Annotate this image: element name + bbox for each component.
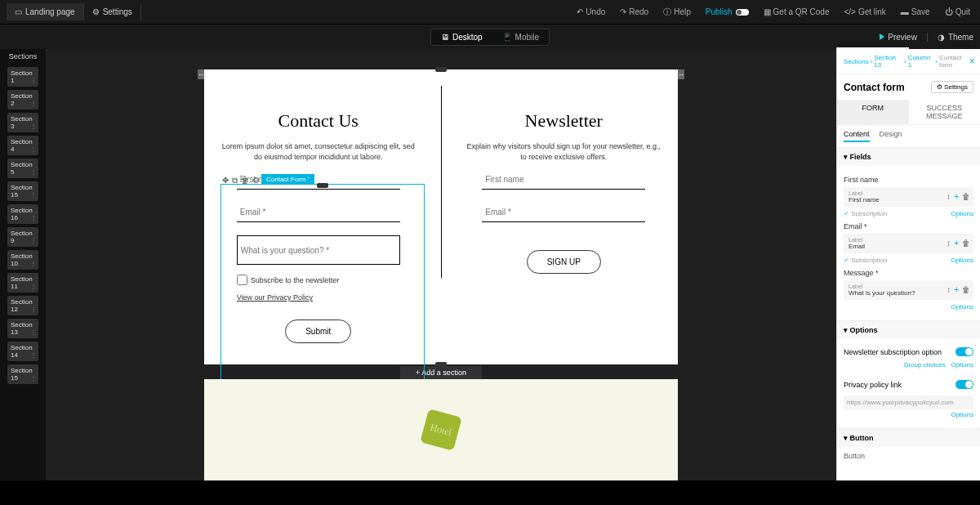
undo-label: Undo — [586, 7, 605, 16]
newsletter-column: Newsletter Explain why visitors should s… — [458, 69, 670, 364]
link-icon: </> — [844, 7, 855, 16]
breadcrumb-section13[interactable]: Section 13 — [874, 54, 902, 69]
section-pill-2[interactable]: Section 3 — [7, 113, 38, 132]
breadcrumb-column1[interactable]: Column 1 — [908, 54, 933, 69]
delete-icon[interactable]: 🗑 — [241, 176, 249, 185]
redo-button[interactable]: ↷Redo — [617, 6, 652, 18]
move-up-icon[interactable]: ↕ — [947, 192, 951, 201]
privacy-opt-label: Privacy policy link — [844, 381, 902, 389]
publish-toggle[interactable] — [736, 9, 749, 16]
section-pill-9[interactable]: Section 11 — [7, 273, 38, 293]
field-message-box[interactable]: Label What is your question? ↕+🗑 — [844, 280, 973, 300]
subscribe-checkbox-row[interactable]: Subscribe to the newsletter — [237, 275, 400, 285]
trash-icon[interactable]: 🗑 — [962, 285, 970, 294]
group-choices-link[interactable]: Group choices — [903, 361, 946, 369]
breadcrumb-sections[interactable]: Sections — [844, 58, 869, 65]
tab-landing-page[interactable]: ▭ Landing page — [7, 3, 84, 20]
help-button[interactable]: ⓘHelp — [660, 5, 694, 20]
field2-options-link[interactable]: Options — [951, 257, 973, 264]
mobile-icon: 📱 — [502, 33, 512, 42]
preview-button[interactable]: Preview — [880, 33, 917, 42]
add-section-button[interactable]: + Add a section — [400, 366, 482, 379]
trash-icon[interactable]: 🗑 — [962, 239, 970, 248]
canvas-area: ↔ ↔ ✥ ⧉ 🗑 ⚙ Contact Form ˆ Contact Us Lo… — [46, 49, 836, 480]
form-label-text: Contact Form — [266, 176, 305, 183]
next-section-preview: Hotel — [204, 379, 678, 480]
publish-button[interactable]: Publish — [702, 6, 752, 18]
canvas[interactable]: ↔ ↔ ✥ ⧉ 🗑 ⚙ Contact Form ˆ Contact Us Lo… — [204, 69, 678, 364]
gear-icon[interactable]: ⚙ — [252, 176, 260, 185]
section-pill-1[interactable]: Section 2 — [7, 90, 38, 109]
contact-email-input[interactable] — [237, 203, 400, 222]
submit-button[interactable]: Submit — [285, 320, 351, 343]
section-pill-5[interactable]: Section 15 — [7, 181, 38, 201]
signup-button[interactable]: SIGN UP — [527, 250, 601, 274]
subscribe-checkbox[interactable] — [237, 275, 247, 285]
drag-handle-bottom[interactable] — [435, 362, 447, 367]
privacy-toggle[interactable] — [956, 380, 973, 389]
drag-handle-top[interactable] — [435, 67, 447, 72]
qr-button[interactable]: ▦Get a QR Code — [760, 6, 833, 18]
section-pill-6[interactable]: Section 16 — [7, 204, 38, 224]
section-pill-10[interactable]: Section 12 — [7, 296, 38, 315]
duplicate-icon[interactable]: ⧉ — [232, 176, 238, 185]
newsletter-email-input[interactable] — [482, 203, 645, 222]
add-icon[interactable]: + — [954, 285, 959, 294]
theme-label: Theme — [948, 33, 973, 42]
quit-button[interactable]: ⏻Quit — [942, 6, 973, 18]
gear-icon: ⚙ — [92, 7, 100, 16]
section-pill-4[interactable]: Section 5 — [7, 159, 38, 178]
section-pill-0[interactable]: Section 1 — [7, 67, 38, 87]
options-accordion-head[interactable]: ▾ Options — [837, 321, 980, 339]
resize-handle-left[interactable]: ↔ — [198, 69, 204, 79]
undo-button[interactable]: ↶Undo — [573, 6, 608, 18]
subtab-success[interactable]: SUCCESS MESSAGE — [909, 100, 981, 124]
newsletter-firstname-input[interactable] — [482, 170, 645, 190]
panel-close-icon[interactable]: × — [969, 56, 975, 67]
privacy-link[interactable]: View our Privacy Policy — [237, 293, 400, 302]
getlink-button[interactable]: </>Get link — [840, 6, 889, 18]
power-icon: ⏻ — [945, 7, 953, 16]
field3-options-link[interactable]: Options — [951, 303, 973, 311]
privacy-url-input[interactable] — [844, 396, 973, 409]
form-drag-handle[interactable] — [317, 183, 328, 188]
field-email-box[interactable]: Label Email ↕+🗑 — [844, 234, 973, 253]
button-accordion-head[interactable]: ▾ Button — [837, 429, 980, 447]
tab-settings[interactable]: ⚙ Settings — [84, 3, 141, 20]
privacy-options-link[interactable]: Options — [951, 411, 973, 418]
newsletter-options-link[interactable]: Options — [951, 361, 973, 369]
subtab-form[interactable]: FORM — [837, 100, 909, 124]
form-tool-icons: ✥ ⧉ 🗑 ⚙ — [222, 176, 260, 185]
move-up-icon[interactable]: ↕ — [947, 239, 951, 248]
section-pill-11[interactable]: Section 13 — [7, 319, 38, 338]
add-icon[interactable]: + — [954, 192, 959, 201]
resize-handle-right[interactable]: ↔ — [678, 69, 684, 79]
trash-icon[interactable]: 🗑 — [962, 192, 970, 201]
field1-options-link[interactable]: Options — [951, 210, 973, 217]
newsletter-desc: Explain why visitors should sign up for … — [458, 141, 670, 162]
contact-question-input[interactable] — [237, 235, 400, 265]
add-icon[interactable]: + — [954, 239, 959, 248]
theme-button[interactable]: ◑Theme — [938, 33, 973, 42]
breadcrumb-current: Contact form — [939, 54, 973, 69]
device-desktop[interactable]: 🖥Desktop — [431, 29, 492, 45]
form-label-badge[interactable]: Contact Form ˆ — [261, 174, 314, 185]
mobile-label: Mobile — [515, 33, 539, 42]
device-mobile[interactable]: 📱Mobile — [492, 29, 549, 45]
section-pill-13[interactable]: Section 15 — [7, 364, 38, 384]
fields-accordion-head[interactable]: ▾ Fields — [837, 148, 980, 166]
section-pill-8[interactable]: Section 10 — [7, 250, 38, 270]
tab-settings-label: Settings — [103, 7, 132, 16]
section-pill-3[interactable]: Section 4 — [7, 136, 38, 155]
section-pill-7[interactable]: Section 9 — [7, 227, 38, 247]
innertab-design[interactable]: Design — [880, 130, 902, 142]
move-up-icon[interactable]: ↕ — [947, 285, 951, 294]
panel-settings-button[interactable]: ⚙Settings — [931, 81, 973, 93]
innertab-content[interactable]: Content — [844, 130, 870, 142]
newsletter-toggle[interactable] — [956, 347, 973, 356]
field-message-title: Message * — [844, 269, 973, 277]
section-pill-12[interactable]: Section 14 — [7, 342, 38, 361]
move-icon[interactable]: ✥ — [222, 176, 229, 185]
save-button[interactable]: ▬Save — [898, 6, 933, 18]
field-firstname-box[interactable]: Label First name ↕+🗑 — [844, 187, 973, 207]
